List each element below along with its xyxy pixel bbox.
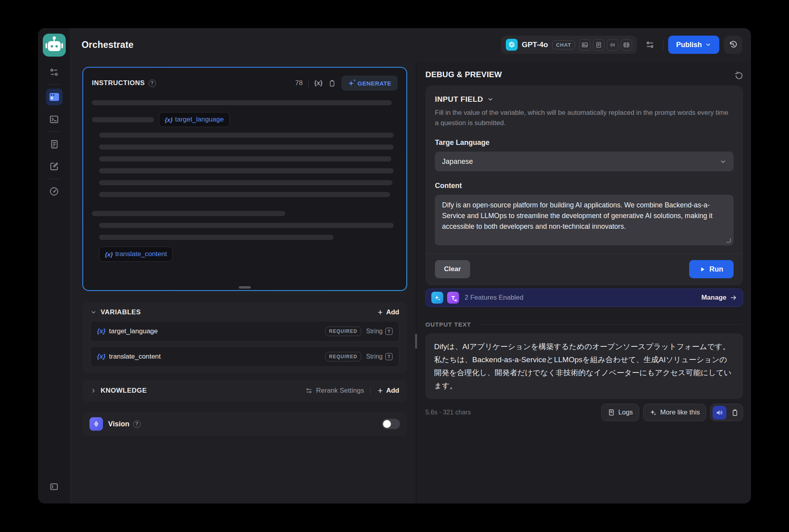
variable-type[interactable]: String T: [366, 328, 393, 335]
sidebar-divider: [48, 179, 60, 179]
target-language-select[interactable]: Japanese: [435, 152, 734, 171]
run-button[interactable]: Run: [689, 260, 734, 278]
help-icon[interactable]: ?: [133, 420, 141, 428]
sidebar-item-logs[interactable]: [46, 136, 63, 152]
history-icon: [729, 40, 738, 49]
variable-row[interactable]: {x} target_language REQUIRED String T: [90, 321, 399, 342]
orchestrate-panel: INSTRUCTIONS ? 78 {x}: [71, 61, 416, 504]
card-divider: [425, 253, 743, 254]
required-badge: REQUIRED: [325, 352, 361, 361]
model-name: GPT-4o: [522, 40, 548, 49]
document-capability-icon: [593, 39, 604, 51]
logs-label: Logs: [618, 408, 633, 416]
input-field-card: INPUT FIELD Fill in the value of the var…: [425, 86, 743, 285]
variable-chip-translate-content[interactable]: {x} translate_content: [99, 247, 173, 262]
collapse-sidebar-button[interactable]: [46, 478, 63, 495]
skeleton-line: [99, 144, 394, 150]
chevron-right-icon[interactable]: [90, 388, 97, 394]
skeleton-line: [92, 100, 392, 105]
sparkle-icon: [650, 409, 657, 416]
play-audio-button[interactable]: [713, 406, 726, 420]
skeleton-line: [99, 180, 393, 185]
skeleton-line: [99, 192, 390, 197]
collapse-panel-icon: [49, 482, 59, 492]
variable-type[interactable]: String T: [366, 353, 393, 360]
generate-button[interactable]: GENERATE: [341, 76, 398, 91]
robot-ear-left: [46, 43, 47, 48]
add-knowledge-button[interactable]: Add: [377, 387, 399, 395]
skeleton-line: [99, 223, 394, 228]
knowledge-title: KNOWLEDGE: [101, 387, 147, 395]
variable-token: {x}: [165, 116, 173, 123]
language-field-label: Targe Language: [435, 139, 734, 147]
audio-capability-icon: [607, 39, 618, 51]
add-variable-button[interactable]: Add: [377, 308, 399, 316]
input-field-description: Fill in the value of the variable, which…: [435, 108, 730, 128]
resize-handle[interactable]: [239, 286, 251, 289]
vision-section: Vision ?: [82, 412, 407, 436]
features-enabled-text: 2 Features Enabled: [465, 294, 523, 302]
history-button[interactable]: [724, 36, 742, 54]
publish-label: Publish: [676, 41, 702, 49]
logs-button[interactable]: Logs: [601, 404, 639, 421]
chevron-down-icon: [720, 158, 726, 165]
terminal-icon: [49, 114, 59, 124]
insert-variable-icon[interactable]: {x}: [314, 80, 322, 87]
video-capability-icon: [621, 39, 632, 51]
variable-name: translate_content: [109, 353, 160, 361]
content-textarea[interactable]: Dify is an open-source platform for buil…: [435, 195, 734, 245]
edit-icon: [49, 162, 59, 171]
top-bar: Orchestrate GPT-4o CHAT: [71, 28, 751, 61]
robot-ear-right: [61, 43, 63, 48]
output-text: Difyは、AIアプリケーションを構築するためのオープンソースプラットフォームで…: [434, 340, 734, 392]
app-config-icon[interactable]: [642, 36, 658, 53]
variable-row[interactable]: {x} translate_content REQUIRED String T: [90, 346, 399, 367]
manage-label: Manage: [701, 294, 726, 302]
clear-button[interactable]: Clear: [435, 260, 470, 278]
required-badge: REQUIRED: [325, 327, 361, 336]
divider: [308, 79, 309, 87]
sidebar-item-terminal[interactable]: [46, 111, 63, 127]
restart-button[interactable]: [734, 70, 743, 79]
rerank-settings-button[interactable]: Rerank Settings: [305, 387, 364, 395]
prompt-editor[interactable]: {x} target_language: [92, 100, 398, 267]
publish-button[interactable]: Publish: [668, 36, 719, 54]
sidebar-item-annotation[interactable]: [46, 158, 63, 175]
vision-toggle[interactable]: [382, 419, 400, 429]
help-icon[interactable]: ?: [149, 80, 156, 87]
input-field-header[interactable]: INPUT FIELD: [435, 95, 734, 104]
sidebar-item-orchestrate[interactable]: [46, 89, 63, 105]
logs-icon: [49, 139, 59, 149]
sliders-icon: [305, 387, 313, 394]
vision-label: Vision: [108, 420, 130, 428]
sparkle-icon: [348, 80, 354, 87]
copy-icon[interactable]: [328, 80, 336, 87]
generate-label: GENERATE: [358, 80, 391, 87]
panel-resize-handle[interactable]: [415, 334, 417, 349]
model-capabilities: [579, 39, 632, 51]
skeleton-line: [99, 133, 394, 138]
model-settings-icon[interactable]: [46, 64, 63, 80]
manage-features-button[interactable]: Manage: [701, 294, 737, 302]
model-selector[interactable]: GPT-4o CHAT: [501, 36, 637, 54]
content-field-label: Content: [435, 182, 734, 190]
variable-token: {x}: [97, 328, 105, 335]
clipboard-icon: [731, 409, 739, 416]
logs-icon: [608, 409, 615, 416]
robot-face: [48, 41, 61, 51]
more-like-this-button[interactable]: More like this: [643, 404, 706, 421]
features-bar: T 2 Features Enabled Manage: [425, 289, 743, 307]
app-window: Orchestrate GPT-4o CHAT: [38, 28, 751, 504]
sidebar-item-monitoring[interactable]: [46, 183, 63, 200]
input-field-title: INPUT FIELD: [435, 95, 483, 104]
chevron-down-icon: [487, 96, 494, 103]
copy-output-button[interactable]: [729, 406, 741, 420]
run-label: Run: [709, 265, 723, 274]
chevron-down-icon[interactable]: [90, 309, 97, 315]
variable-chip-target-language[interactable]: {x} target_language: [159, 112, 230, 127]
robot-antenna-ball: [53, 36, 56, 40]
plus-icon: [377, 309, 383, 315]
more-like-this-label: More like this: [660, 408, 700, 416]
knowledge-section: KNOWLEDGE Rerank Settings Add: [82, 380, 407, 402]
app-logo-robot[interactable]: [43, 34, 66, 57]
